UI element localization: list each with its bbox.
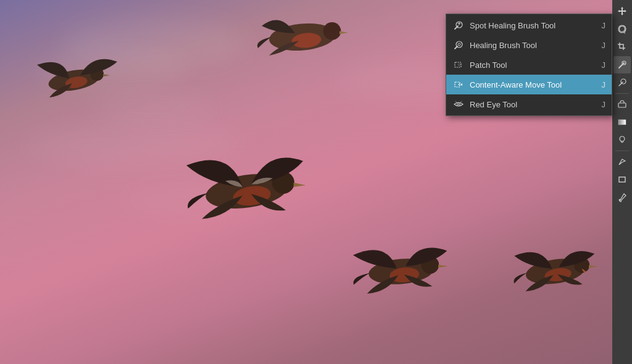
dropdown-item-patch-tool[interactable]: Patch Tool J [446, 55, 612, 75]
svg-rect-26 [455, 82, 460, 87]
patch-tool-label: Patch Tool [470, 60, 597, 70]
red-eye-icon [452, 98, 465, 110]
red-eye-label: Red Eye Tool [470, 100, 597, 109]
content-aware-icon [452, 78, 465, 91]
svg-point-28 [458, 104, 459, 105]
toolbar-healing-tool[interactable] [613, 56, 631, 73]
toolbar-shape-tool[interactable] [613, 171, 631, 188]
patch-tool-icon [452, 59, 465, 71]
healing-brush-label: Healing Brush Tool [470, 41, 597, 50]
toolbar-lasso-tool[interactable] [613, 20, 631, 38]
healing-brush-shortcut: J [602, 41, 606, 50]
toolbar-clone-stamp-tool[interactable] [613, 74, 631, 91]
dropdown-item-healing-brush[interactable]: Healing Brush Tool J [446, 35, 612, 55]
toolbar-crop-tool[interactable] [613, 38, 631, 56]
patch-tool-shortcut: J [602, 60, 606, 70]
toolbar-pen-tool[interactable] [613, 153, 631, 170]
dropdown-item-red-eye[interactable]: Red Eye Tool J [446, 94, 612, 114]
toolbar-eraser-tool[interactable] [613, 96, 631, 113]
svg-rect-20 [619, 177, 625, 182]
healing-brush-icon [452, 39, 465, 51]
svg-point-19 [620, 136, 625, 141]
toolbar-gradient-tool[interactable] [613, 114, 631, 131]
toolbar-dodge-tool[interactable] [613, 131, 631, 149]
tool-dropdown-menu: Spot Healing Brush Tool J Healing Brush … [446, 14, 612, 116]
toolbar [612, 0, 632, 364]
svg-point-24 [458, 43, 460, 46]
svg-point-21 [619, 199, 621, 201]
content-aware-label: Content-Aware Move Tool [470, 80, 597, 89]
toolbar-eyedropper-tool[interactable] [613, 189, 631, 206]
toolbar-separator-2 [615, 151, 629, 151]
spot-healing-label: Spot Healing Brush Tool [470, 21, 597, 30]
svg-rect-18 [618, 120, 626, 125]
svg-point-1 [323, 22, 341, 40]
toolbar-move-tool[interactable] [613, 2, 631, 20]
content-aware-shortcut: J [602, 80, 606, 89]
dropdown-item-content-aware[interactable]: Content-Aware Move Tool J [446, 75, 612, 94]
spot-healing-shortcut: J [602, 21, 606, 30]
toolbar-separator-1 [615, 93, 629, 94]
svg-point-16 [621, 79, 626, 84]
svg-rect-17 [618, 103, 626, 107]
red-eye-shortcut: J [602, 100, 606, 109]
spot-healing-icon [452, 19, 465, 31]
dropdown-item-spot-healing[interactable]: Spot Healing Brush Tool J [446, 15, 612, 35]
